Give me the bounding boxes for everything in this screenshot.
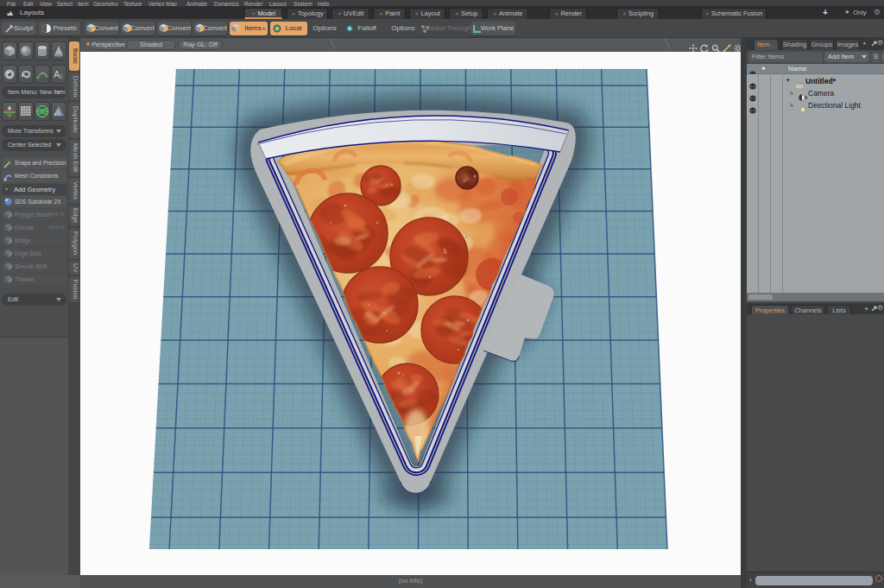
svg-text:&: & bbox=[59, 73, 64, 80]
